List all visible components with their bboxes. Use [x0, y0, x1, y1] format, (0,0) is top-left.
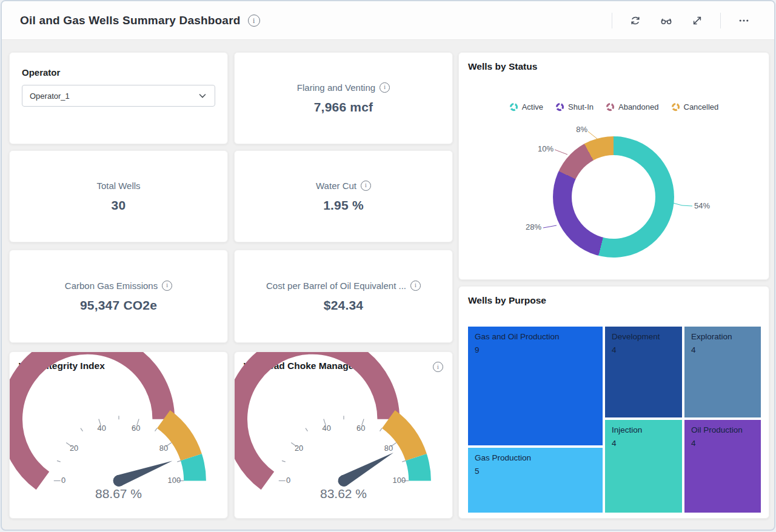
- legend-item-cancelled[interactable]: Cancelled: [671, 102, 719, 111]
- donut-label-cancelled: 8%: [567, 125, 587, 134]
- preview-glasses-icon: [660, 15, 673, 27]
- svg-text:0: 0: [286, 476, 290, 485]
- donut-marker-icon: [555, 102, 564, 111]
- chart-title: Wells by Status: [468, 61, 537, 72]
- svg-text:0: 0: [61, 476, 65, 485]
- divider: [720, 13, 721, 28]
- refresh-icon: [629, 15, 641, 27]
- kpi-label: Flaring and Venting: [297, 82, 375, 93]
- more-ellipsis-icon: [738, 15, 750, 27]
- donut-marker-icon: [606, 102, 615, 111]
- donut-marker-icon: [671, 102, 680, 111]
- treemap-cell-injection[interactable]: Injection 4: [605, 420, 682, 513]
- legend-item-active[interactable]: Active: [509, 102, 543, 111]
- legend-item-abandoned[interactable]: Abandoned: [606, 102, 659, 111]
- kpi-card-water-cut: Water Cut i 1.95 %: [234, 150, 453, 242]
- kpi-label: Cost per Barrel of Oil Equivalent ...: [266, 281, 406, 291]
- kpi-label: Carbon Gas Emissions: [65, 281, 158, 291]
- wells-by-purpose-card: Wells by Purpose Gas and Oil Production …: [458, 286, 769, 519]
- kpi-card-cost-per-barrel: Cost per Barrel of Oil Equivalent ... i …: [234, 250, 453, 343]
- treemap-cell-oil-production[interactable]: Oil Production 4: [684, 420, 761, 513]
- well-integrity-index-card: Well Integrity Index 020406080100 88.67 …: [9, 351, 228, 519]
- operator-selected-value: Operator_1: [30, 91, 70, 101]
- kpi-value: 1.95 %: [323, 198, 364, 213]
- chart-title: Wells by Purpose: [468, 295, 546, 306]
- gauge-value: 88.67 %: [10, 487, 227, 501]
- info-icon[interactable]: i: [248, 15, 260, 27]
- donut-label-shut-in: 28%: [518, 222, 541, 231]
- treemap-cell-exploration[interactable]: Exploration 4: [684, 327, 761, 417]
- legend-item-shut-in[interactable]: Shut-In: [555, 102, 594, 111]
- divider: [612, 13, 612, 28]
- wellhead-choke-management-card: Wellhead Choke Management i 020406080100…: [234, 351, 453, 519]
- svg-text:60: 60: [132, 424, 140, 433]
- svg-text:60: 60: [356, 424, 365, 433]
- more-button[interactable]: [732, 11, 756, 30]
- dashboard-window: Oil and Gas Wells Summary Dashboard i: [1, 0, 775, 531]
- wells-by-status-card: Wells by Status Active Shut-In Abandoned…: [458, 52, 769, 280]
- kpi-label: Total Wells: [96, 181, 140, 191]
- kpi-card-flaring-and-venting: Flaring and Venting i 7,966 mcf: [234, 52, 453, 144]
- kpi-value: $24.34: [324, 298, 363, 313]
- svg-text:100: 100: [168, 476, 181, 485]
- donut-marker-icon: [509, 102, 518, 111]
- donut-label-active: 54%: [694, 201, 710, 210]
- kpi-value: 7,966 mcf: [314, 100, 373, 115]
- operator-select[interactable]: Operator_1: [22, 85, 215, 107]
- svg-text:80: 80: [159, 444, 168, 453]
- kpi-value: 30: [112, 198, 126, 213]
- treemap-cell-development[interactable]: Development 4: [605, 327, 682, 417]
- donut-label-abandoned: 10%: [530, 144, 554, 153]
- info-icon[interactable]: i: [361, 181, 371, 191]
- kpi-value: 95,347 CO2e: [80, 298, 157, 313]
- svg-text:100: 100: [393, 476, 406, 485]
- info-icon[interactable]: i: [380, 82, 390, 93]
- page-title: Oil and Gas Wells Summary Dashboard: [20, 14, 241, 27]
- operator-label: Operator: [22, 67, 215, 78]
- treemap-cell-gas-and-oil-production[interactable]: Gas and Oil Production 9: [468, 327, 603, 445]
- svg-text:80: 80: [384, 444, 393, 453]
- refresh-button[interactable]: [623, 11, 647, 30]
- info-icon[interactable]: i: [162, 281, 172, 291]
- wells-by-purpose-treemap: Gas and Oil Production 9 Gas Production …: [468, 327, 761, 513]
- expand-icon: [691, 15, 703, 27]
- preview-button[interactable]: [654, 11, 679, 30]
- header-actions: [607, 11, 756, 30]
- operator-filter-card: Operator Operator_1: [9, 52, 228, 144]
- treemap-cell-gas-production[interactable]: Gas Production 5: [468, 448, 603, 513]
- header: Oil and Gas Wells Summary Dashboard i: [2, 1, 774, 40]
- chart-legend: Active Shut-In Abandoned Cancelled: [459, 102, 769, 111]
- kpi-card-carbon-gas-emissions: Carbon Gas Emissions i 95,347 CO2e: [9, 250, 228, 343]
- info-icon[interactable]: i: [410, 281, 421, 291]
- expand-button[interactable]: [685, 11, 709, 30]
- kpi-label: Water Cut: [316, 181, 356, 191]
- chevron-down-icon: [198, 91, 207, 101]
- gauge-value: 83.62 %: [235, 487, 452, 501]
- svg-text:40: 40: [98, 424, 106, 433]
- kpi-card-total-wells: Total Wells 30: [9, 150, 228, 242]
- svg-text:20: 20: [70, 444, 78, 453]
- svg-text:20: 20: [295, 444, 303, 453]
- wells-by-status-donut[interactable]: [553, 136, 674, 258]
- svg-text:40: 40: [323, 424, 331, 433]
